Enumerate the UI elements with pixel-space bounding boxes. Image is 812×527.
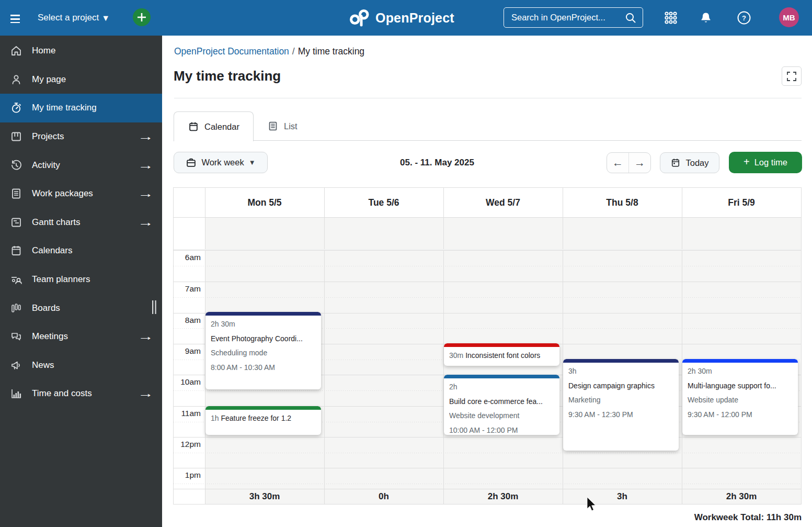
breadcrumb: OpenProject Documentation/My time tracki…	[174, 46, 364, 57]
global-search-input[interactable]: Search in OpenProject...	[504, 7, 643, 28]
event-time: 9:30 AM - 12:30 PM	[568, 408, 673, 422]
event-color-bar	[444, 375, 559, 378]
day-header-mon: Mon 5/5	[205, 188, 324, 217]
activity-history-icon	[9, 159, 23, 172]
gantt-chart-icon	[9, 216, 23, 229]
workweek-total: Workweek Total: 11h 30m	[488, 512, 802, 523]
event-inconsistent-font-colors[interactable]: 30m Inconsistent font colors	[444, 343, 559, 366]
submenu-arrow-icon[interactable]: →	[138, 187, 154, 200]
sidebar-item-calendars[interactable]: Calendars	[0, 237, 162, 265]
work-packages-icon	[9, 187, 23, 200]
event-color-bar	[682, 359, 798, 363]
day-total-fri: 2h 30m	[682, 489, 801, 504]
fullscreen-button[interactable]	[782, 66, 802, 86]
sidebar-item-label: Time and costs	[32, 388, 92, 399]
date-range-label: 05. - 11. May 2025	[333, 152, 542, 173]
event-time: 8:00 AM - 10:30 AM	[211, 361, 316, 375]
calendar-grid: Mon 5/5 Tue 5/6 Wed 5/7 Thu 5/8 Fri 5/9 …	[173, 187, 802, 504]
submenu-arrow-icon[interactable]: →	[138, 216, 154, 229]
user-avatar[interactable]: MB	[779, 7, 799, 27]
event-build-core-ecommerce[interactable]: 2h Build core e-commerce fea... Website …	[444, 375, 559, 435]
sidebar-item-my-page[interactable]: My page	[0, 65, 162, 94]
page-title: My time tracking	[174, 68, 281, 84]
sidebar-item-boards[interactable]: Boards	[0, 294, 162, 322]
sidebar-item-projects[interactable]: Projects →	[0, 122, 162, 151]
today-calendar-icon	[670, 158, 681, 168]
day-header-tue: Tue 5/6	[324, 188, 443, 217]
list-tab-icon	[267, 120, 279, 132]
tab-calendar-label: Calendar	[204, 122, 239, 132]
event-time: 10:00 AM - 12:00 PM	[449, 423, 554, 435]
chevron-down-icon: ▼	[101, 14, 110, 23]
time-label-9am: 9am	[174, 346, 201, 356]
help-button[interactable]: ?	[733, 0, 756, 36]
sidebar-item-home[interactable]: Home	[0, 37, 162, 65]
time-label-12pm: 12pm	[174, 440, 201, 449]
event-duration: 2h 30m	[688, 364, 793, 379]
day-header-wed: Wed 5/7	[443, 188, 563, 217]
time-label-1pm: 1pm	[174, 470, 201, 480]
select-project-label: Select a project	[38, 13, 99, 23]
log-time-button[interactable]: + Log time	[729, 152, 802, 173]
event-feature-freeze[interactable]: 1h Feature freeze for 1.2	[205, 406, 321, 435]
bar-chart-icon	[9, 387, 23, 400]
notifications-button[interactable]	[694, 0, 717, 36]
sidebar-item-time-and-costs[interactable]: Time and costs →	[0, 379, 162, 408]
sidebar-item-my-time-tracking[interactable]: My time tracking	[0, 94, 162, 122]
sidebar-item-label: Gantt charts	[32, 217, 81, 228]
day-total-wed: 2h 30m	[443, 489, 563, 504]
modules-grid-icon	[664, 11, 678, 25]
quick-add-button[interactable]	[133, 8, 151, 26]
sidebar-item-label: Work packages	[32, 188, 93, 199]
view-mode-label: Work week	[201, 158, 244, 167]
event-design-campaign-graphics[interactable]: 3h Design campaign graphics Marketing 9:…	[563, 359, 679, 451]
sidebar-item-meetings[interactable]: Meetings →	[0, 322, 162, 351]
sidebar-item-work-packages[interactable]: Work packages →	[0, 180, 162, 208]
time-label-10am: 10am	[174, 377, 201, 387]
day-total-thu: 3h	[563, 489, 682, 504]
previous-week-button[interactable]: ←	[607, 153, 629, 173]
event-multi-language-support[interactable]: 2h 30m Multi-language support fo... Webs…	[682, 359, 798, 435]
next-week-button[interactable]: →	[629, 153, 650, 173]
news-megaphone-icon	[9, 359, 23, 372]
tab-list[interactable]: List	[254, 111, 311, 141]
event-color-bar	[563, 359, 679, 363]
day-total-mon: 3h 30m	[205, 489, 324, 504]
today-button[interactable]: Today	[660, 152, 719, 173]
boards-icon	[9, 302, 23, 315]
sidebar-item-label: My time tracking	[32, 103, 97, 113]
submenu-arrow-icon[interactable]: →	[138, 159, 154, 172]
sidebar-item-label: Activity	[32, 160, 60, 171]
top-header-bar: Select a project ▼ OpenProject Search in…	[0, 0, 812, 36]
event-event-photography[interactable]: 2h 30m Event Photography Coordi... Sched…	[205, 312, 321, 389]
select-project-dropdown[interactable]: Select a project ▼	[38, 0, 110, 36]
event-duration: 2h	[449, 380, 554, 395]
team-planner-icon	[9, 273, 23, 286]
event-project: Scheduling mode	[211, 346, 316, 361]
home-icon	[9, 44, 23, 57]
openproject-logo-text: OpenProject	[375, 10, 454, 26]
modules-grid-button[interactable]	[659, 0, 682, 36]
openproject-logo[interactable]: OpenProject	[349, 0, 454, 36]
sidebar-resize-handle[interactable]	[152, 300, 157, 316]
tab-calendar[interactable]: Calendar	[174, 111, 254, 141]
event-title: Event Photography Coordi...	[211, 332, 316, 346]
event-title: Feature freeze for 1.2	[221, 414, 291, 422]
submenu-arrow-icon[interactable]: →	[138, 330, 154, 343]
sidebar-item-activity[interactable]: Activity →	[0, 151, 162, 180]
event-duration: 2h 30m	[211, 317, 316, 332]
header-divider	[174, 98, 802, 98]
event-color-bar	[205, 312, 321, 316]
sidebar-item-label: Projects	[32, 131, 64, 142]
view-mode-dropdown[interactable]: Work week ▼	[174, 152, 268, 173]
hamburger-menu-icon[interactable]	[10, 15, 20, 24]
bell-icon	[700, 12, 712, 24]
submenu-arrow-icon[interactable]: →	[138, 130, 154, 143]
sidebar-item-gantt-charts[interactable]: Gantt charts →	[0, 208, 162, 237]
sidebar-item-team-planners[interactable]: Team planners	[0, 265, 162, 294]
sidebar-item-news[interactable]: News	[0, 351, 162, 380]
event-project: Website update	[688, 393, 793, 408]
breadcrumb-parent-link[interactable]: OpenProject Documentation	[174, 46, 289, 57]
submenu-arrow-icon[interactable]: →	[138, 387, 154, 400]
today-button-label: Today	[685, 158, 708, 168]
